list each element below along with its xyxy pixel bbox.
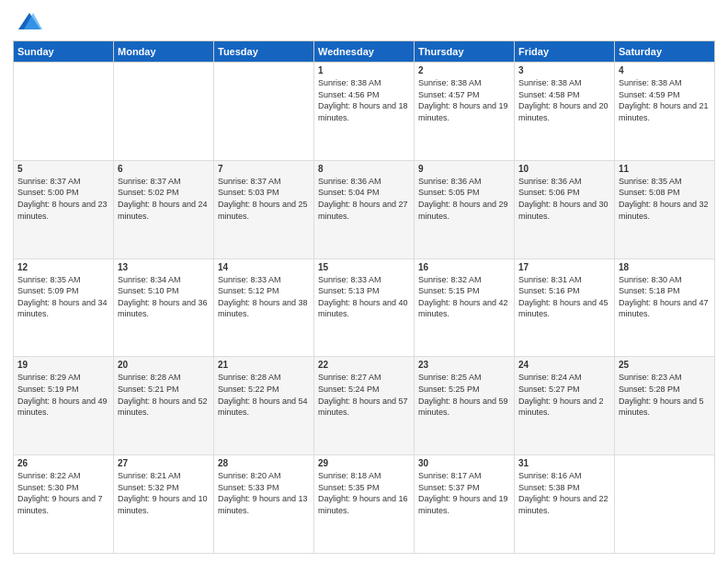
calendar-cell (214, 63, 314, 161)
calendar-week-row: 5Sunrise: 8:37 AMSunset: 5:00 PMDaylight… (14, 160, 715, 259)
calendar-cell: 13Sunrise: 8:34 AMSunset: 5:10 PMDayligh… (114, 259, 214, 357)
day-info: Sunrise: 8:28 AMSunset: 5:21 PMDaylight:… (118, 372, 210, 418)
day-number: 17 (518, 262, 610, 272)
calendar-week-row: 26Sunrise: 8:22 AMSunset: 5:30 PMDayligh… (14, 455, 715, 554)
calendar-cell: 1Sunrise: 8:38 AMSunset: 4:56 PMDaylight… (314, 63, 415, 161)
day-number: 10 (518, 164, 610, 174)
day-number: 19 (17, 360, 109, 370)
day-info: Sunrise: 8:20 AMSunset: 5:33 PMDaylight:… (218, 470, 310, 516)
day-number: 13 (118, 262, 210, 272)
calendar-cell: 16Sunrise: 8:32 AMSunset: 5:15 PMDayligh… (415, 259, 515, 357)
calendar-cell: 20Sunrise: 8:28 AMSunset: 5:21 PMDayligh… (114, 357, 214, 455)
calendar-cell: 12Sunrise: 8:35 AMSunset: 5:09 PMDayligh… (14, 259, 114, 357)
day-number: 11 (619, 164, 711, 174)
day-info: Sunrise: 8:33 AMSunset: 5:13 PMDaylight:… (318, 274, 410, 320)
calendar-cell (114, 63, 214, 161)
weekday-header: Wednesday (314, 41, 415, 63)
calendar-cell: 26Sunrise: 8:22 AMSunset: 5:30 PMDayligh… (14, 455, 114, 554)
day-number: 26 (17, 458, 109, 468)
day-number: 8 (318, 164, 410, 174)
day-number: 3 (518, 65, 610, 75)
day-info: Sunrise: 8:38 AMSunset: 4:59 PMDaylight:… (619, 77, 711, 123)
day-info: Sunrise: 8:29 AMSunset: 5:19 PMDaylight:… (17, 372, 109, 418)
day-number: 27 (118, 458, 210, 468)
day-info: Sunrise: 8:31 AMSunset: 5:16 PMDaylight:… (518, 274, 610, 320)
weekday-header: Friday (515, 41, 615, 63)
day-info: Sunrise: 8:16 AMSunset: 5:38 PMDaylight:… (518, 470, 610, 516)
weekday-header: Saturday (615, 41, 715, 63)
day-number: 18 (619, 262, 711, 272)
day-number: 12 (17, 262, 109, 272)
day-info: Sunrise: 8:28 AMSunset: 5:22 PMDaylight:… (218, 372, 310, 418)
day-info: Sunrise: 8:18 AMSunset: 5:35 PMDaylight:… (318, 470, 410, 516)
logo (13, 9, 42, 35)
calendar-cell: 31Sunrise: 8:16 AMSunset: 5:38 PMDayligh… (515, 455, 615, 554)
calendar-cell: 5Sunrise: 8:37 AMSunset: 5:00 PMDaylight… (14, 160, 114, 259)
day-info: Sunrise: 8:24 AMSunset: 5:27 PMDaylight:… (518, 372, 610, 418)
calendar-cell: 3Sunrise: 8:38 AMSunset: 4:58 PMDaylight… (515, 63, 615, 161)
calendar-cell: 11Sunrise: 8:35 AMSunset: 5:08 PMDayligh… (615, 160, 715, 259)
day-info: Sunrise: 8:30 AMSunset: 5:18 PMDaylight:… (619, 274, 711, 320)
day-number: 1 (318, 65, 410, 75)
day-info: Sunrise: 8:35 AMSunset: 5:09 PMDaylight:… (17, 274, 109, 320)
weekday-header: Sunday (14, 41, 114, 63)
calendar-cell (615, 455, 715, 554)
calendar-cell: 24Sunrise: 8:24 AMSunset: 5:27 PMDayligh… (515, 357, 615, 455)
weekday-header: Monday (114, 41, 214, 63)
calendar-week-row: 19Sunrise: 8:29 AMSunset: 5:19 PMDayligh… (14, 357, 715, 455)
calendar-cell: 28Sunrise: 8:20 AMSunset: 5:33 PMDayligh… (214, 455, 314, 554)
weekday-header: Tuesday (214, 41, 314, 63)
calendar-cell: 21Sunrise: 8:28 AMSunset: 5:22 PMDayligh… (214, 357, 314, 455)
day-info: Sunrise: 8:37 AMSunset: 5:03 PMDaylight:… (218, 176, 310, 222)
day-number: 4 (619, 65, 711, 75)
calendar-cell: 18Sunrise: 8:30 AMSunset: 5:18 PMDayligh… (615, 259, 715, 357)
day-number: 23 (418, 360, 510, 370)
day-number: 20 (118, 360, 210, 370)
day-info: Sunrise: 8:32 AMSunset: 5:15 PMDaylight:… (418, 274, 510, 320)
calendar-cell: 19Sunrise: 8:29 AMSunset: 5:19 PMDayligh… (14, 357, 114, 455)
calendar-cell: 27Sunrise: 8:21 AMSunset: 5:32 PMDayligh… (114, 455, 214, 554)
day-info: Sunrise: 8:38 AMSunset: 4:56 PMDaylight:… (318, 77, 410, 123)
day-number: 16 (418, 262, 510, 272)
calendar-cell: 10Sunrise: 8:36 AMSunset: 5:06 PMDayligh… (515, 160, 615, 259)
header (13, 9, 715, 35)
day-info: Sunrise: 8:27 AMSunset: 5:24 PMDaylight:… (318, 372, 410, 418)
calendar-cell: 6Sunrise: 8:37 AMSunset: 5:02 PMDaylight… (114, 160, 214, 259)
day-info: Sunrise: 8:36 AMSunset: 5:04 PMDaylight:… (318, 176, 410, 222)
day-info: Sunrise: 8:37 AMSunset: 5:02 PMDaylight:… (118, 176, 210, 222)
calendar-cell: 22Sunrise: 8:27 AMSunset: 5:24 PMDayligh… (314, 357, 415, 455)
day-info: Sunrise: 8:25 AMSunset: 5:25 PMDaylight:… (418, 372, 510, 418)
day-number: 31 (518, 458, 610, 468)
day-info: Sunrise: 8:21 AMSunset: 5:32 PMDaylight:… (118, 470, 210, 516)
calendar-week-row: 1Sunrise: 8:38 AMSunset: 4:56 PMDaylight… (14, 63, 715, 161)
day-number: 30 (418, 458, 510, 468)
day-number: 5 (17, 164, 109, 174)
calendar-cell: 25Sunrise: 8:23 AMSunset: 5:28 PMDayligh… (615, 357, 715, 455)
calendar-cell: 4Sunrise: 8:38 AMSunset: 4:59 PMDaylight… (615, 63, 715, 161)
day-number: 7 (218, 164, 310, 174)
day-number: 29 (318, 458, 410, 468)
day-number: 15 (318, 262, 410, 272)
day-info: Sunrise: 8:36 AMSunset: 5:05 PMDaylight:… (418, 176, 510, 222)
calendar-cell: 7Sunrise: 8:37 AMSunset: 5:03 PMDaylight… (214, 160, 314, 259)
calendar-table: SundayMondayTuesdayWednesdayThursdayFrid… (13, 40, 715, 554)
day-info: Sunrise: 8:34 AMSunset: 5:10 PMDaylight:… (118, 274, 210, 320)
calendar-week-row: 12Sunrise: 8:35 AMSunset: 5:09 PMDayligh… (14, 259, 715, 357)
day-number: 21 (218, 360, 310, 370)
day-info: Sunrise: 8:23 AMSunset: 5:28 PMDaylight:… (619, 372, 711, 418)
day-info: Sunrise: 8:37 AMSunset: 5:00 PMDaylight:… (17, 176, 109, 222)
day-info: Sunrise: 8:22 AMSunset: 5:30 PMDaylight:… (17, 470, 109, 516)
day-number: 6 (118, 164, 210, 174)
day-info: Sunrise: 8:17 AMSunset: 5:37 PMDaylight:… (418, 470, 510, 516)
calendar-cell: 23Sunrise: 8:25 AMSunset: 5:25 PMDayligh… (415, 357, 515, 455)
day-number: 9 (418, 164, 510, 174)
day-info: Sunrise: 8:35 AMSunset: 5:08 PMDaylight:… (619, 176, 711, 222)
weekday-header-row: SundayMondayTuesdayWednesdayThursdayFrid… (14, 41, 715, 63)
day-number: 22 (318, 360, 410, 370)
day-number: 14 (218, 262, 310, 272)
calendar-page: SundayMondayTuesdayWednesdayThursdayFrid… (0, 0, 728, 563)
day-number: 24 (518, 360, 610, 370)
day-info: Sunrise: 8:36 AMSunset: 5:06 PMDaylight:… (518, 176, 610, 222)
day-number: 2 (418, 65, 510, 75)
logo-icon (17, 9, 42, 35)
